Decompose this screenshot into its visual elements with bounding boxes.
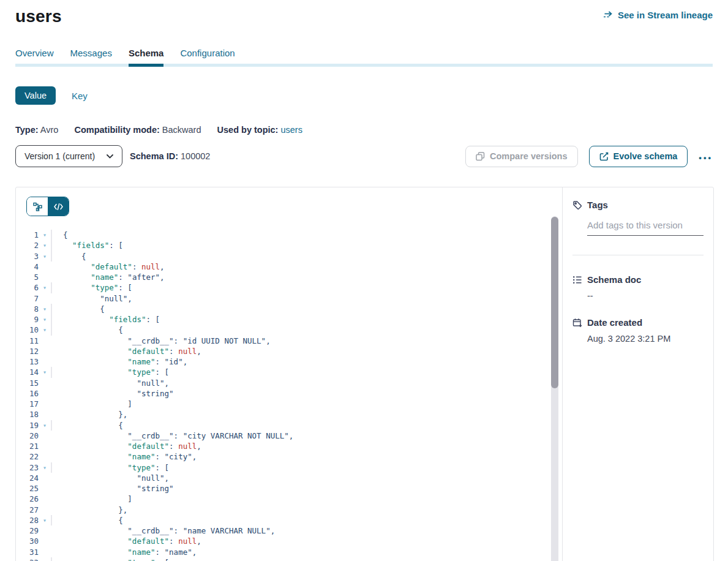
date-created-heading: Date created bbox=[587, 317, 642, 328]
key-toggle-button[interactable]: Key bbox=[72, 91, 88, 101]
version-dropdown[interactable]: Version 1 (current) bbox=[15, 145, 122, 167]
code-line: 27▾}, bbox=[16, 505, 562, 515]
fold-caret-icon[interactable]: ▾ bbox=[39, 282, 52, 293]
line-number: 30 bbox=[16, 536, 39, 546]
code-line: 15▾"null", bbox=[16, 378, 562, 388]
tree-view-button[interactable] bbox=[27, 197, 48, 216]
line-number: 16 bbox=[16, 388, 39, 399]
tab-configuration[interactable]: Configuration bbox=[180, 48, 235, 64]
code-line: 31▾"name": "name", bbox=[16, 547, 562, 557]
line-number: 7 bbox=[16, 293, 39, 304]
code-line: 3▾{ bbox=[16, 251, 562, 262]
schema-doc-heading: Schema doc bbox=[587, 274, 641, 285]
tags-input[interactable] bbox=[587, 219, 704, 236]
fold-caret-icon[interactable]: ▾ bbox=[39, 325, 52, 335]
code-text: "null", bbox=[52, 378, 169, 388]
fold-caret-icon[interactable]: ▾ bbox=[39, 230, 52, 240]
value-toggle-button[interactable]: Value bbox=[15, 86, 56, 105]
chevron-down-icon bbox=[107, 154, 113, 159]
line-number: 3 bbox=[16, 251, 39, 262]
version-dropdown-value: Version 1 (current) bbox=[24, 151, 95, 161]
topic-link[interactable]: users bbox=[280, 125, 302, 135]
code-text: ] bbox=[52, 399, 132, 409]
fold-caret-icon[interactable]: ▾ bbox=[39, 557, 52, 561]
schema-doc-value: -- bbox=[587, 291, 704, 301]
line-number: 17 bbox=[16, 399, 39, 409]
code-text: "name": "after", bbox=[52, 272, 165, 282]
fold-caret-icon[interactable]: ▾ bbox=[39, 251, 52, 262]
code-line: 26▾] bbox=[16, 494, 562, 504]
code-lines: 1▾{2▾"fields": [3▾{4▾"default": null,5▾"… bbox=[16, 230, 562, 561]
tab-overview[interactable]: Overview bbox=[15, 48, 54, 64]
code-line: 30▾"default": null, bbox=[16, 536, 562, 546]
tab-schema[interactable]: Schema bbox=[129, 48, 164, 67]
schema-actions: Compare versions Evolve schema ••• bbox=[465, 146, 713, 167]
code-text: "type": [ bbox=[52, 462, 169, 473]
stream-lineage-link[interactable]: See in Stream lineage bbox=[603, 10, 713, 20]
line-number: 24 bbox=[16, 473, 39, 483]
schema-doc-heading-row: Schema doc bbox=[572, 274, 704, 285]
tag-icon bbox=[572, 200, 582, 210]
edit-icon bbox=[599, 152, 609, 161]
line-number: 2 bbox=[16, 240, 39, 250]
schema-code-pane: 1▾{2▾"fields": [3▾{4▾"default": null,5▾"… bbox=[16, 187, 563, 561]
code-text: { bbox=[52, 230, 68, 240]
code-text: "null", bbox=[52, 473, 169, 483]
serde-toggle: Value Key bbox=[15, 86, 713, 105]
fold-caret-icon[interactable]: ▾ bbox=[39, 314, 52, 325]
code-text: { bbox=[52, 251, 86, 262]
code-line: 24▾"null", bbox=[16, 473, 562, 483]
tags-heading: Tags bbox=[587, 200, 608, 210]
compare-versions-button[interactable]: Compare versions bbox=[465, 146, 578, 167]
fold-caret-icon[interactable]: ▾ bbox=[39, 420, 52, 431]
line-number: 22 bbox=[16, 451, 39, 462]
line-number: 18 bbox=[16, 409, 39, 420]
line-number: 12 bbox=[16, 346, 39, 356]
schema-id-value: 100002 bbox=[181, 151, 210, 161]
stream-lineage-label: See in Stream lineage bbox=[618, 10, 713, 20]
fold-caret-icon[interactable]: ▾ bbox=[39, 462, 52, 473]
code-scrollbar-thumb[interactable] bbox=[551, 217, 558, 388]
evolve-schema-button[interactable]: Evolve schema bbox=[589, 146, 688, 167]
code-text: "name": "city", bbox=[52, 451, 197, 462]
sidebar-divider bbox=[572, 255, 704, 255]
fold-caret-icon[interactable]: ▾ bbox=[39, 240, 52, 250]
code-text: "default": null, bbox=[52, 536, 201, 546]
tab-bar: Overview Messages Schema Configuration bbox=[15, 48, 713, 67]
code-text: ] bbox=[52, 494, 132, 504]
version-bar: Version 1 (current) Schema ID: 100002 Co… bbox=[15, 145, 713, 167]
line-number: 4 bbox=[16, 262, 39, 272]
fold-caret-icon[interactable]: ▾ bbox=[39, 367, 52, 377]
more-actions-button[interactable]: ••• bbox=[699, 151, 713, 162]
code-text: "default": null, bbox=[52, 262, 165, 272]
code-text: { bbox=[52, 325, 123, 335]
page-header: users See in Stream lineage bbox=[0, 0, 728, 27]
code-line: 32▾"type": [ bbox=[16, 557, 562, 561]
code-line: 22▾"name": "city", bbox=[16, 451, 562, 462]
code-text: "string" bbox=[52, 483, 174, 494]
code-scrollbar-track[interactable] bbox=[551, 216, 558, 561]
code-line: 23▾"type": [ bbox=[16, 462, 562, 473]
line-number: 10 bbox=[16, 325, 39, 335]
type-label: Type: bbox=[15, 125, 39, 135]
code-view-button[interactable] bbox=[48, 197, 69, 216]
list-icon bbox=[572, 275, 582, 285]
code-line: 1▾{ bbox=[16, 230, 562, 240]
code-line: 4▾"default": null, bbox=[16, 262, 562, 272]
code-text: "type": [ bbox=[52, 367, 169, 377]
line-number: 27 bbox=[16, 505, 39, 515]
fold-caret-icon[interactable]: ▾ bbox=[39, 515, 52, 525]
line-number: 28 bbox=[16, 515, 39, 525]
code-text: "type": [ bbox=[52, 557, 169, 561]
code-line: 20▾"__crdb__": "city VARCHAR NOT NULL", bbox=[16, 431, 562, 441]
schema-doc-section: Schema doc -- bbox=[572, 274, 704, 301]
schema-id: Schema ID: 100002 bbox=[130, 151, 210, 161]
code-text: { bbox=[52, 515, 123, 525]
tab-messages[interactable]: Messages bbox=[70, 48, 112, 64]
line-number: 23 bbox=[16, 462, 39, 473]
schema-card: 1▾{2▾"fields": [3▾{4▾"default": null,5▾"… bbox=[15, 187, 714, 561]
line-number: 26 bbox=[16, 494, 39, 504]
fold-caret-icon[interactable]: ▾ bbox=[39, 304, 52, 314]
code-text: "name": "name", bbox=[52, 547, 197, 557]
date-created-section: Date created Aug. 3 2022 3:21 PM bbox=[572, 317, 704, 344]
